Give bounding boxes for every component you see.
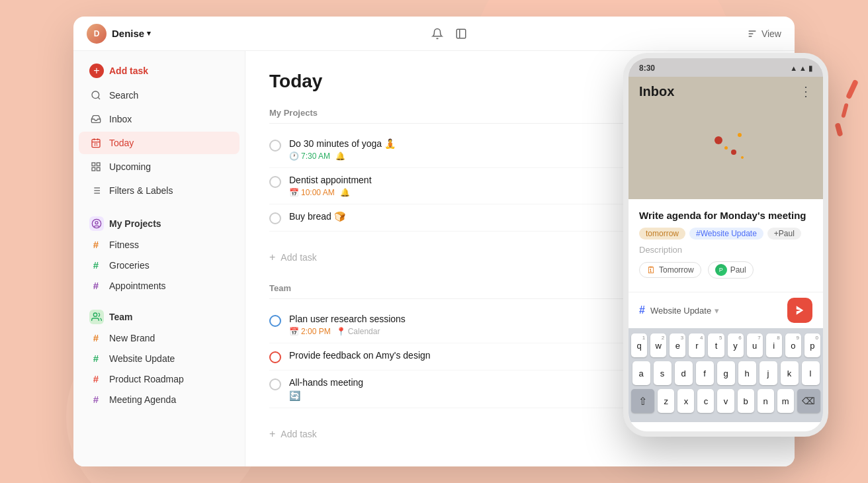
map-dot-red-2 bbox=[731, 150, 736, 155]
meeting-agenda-hash-icon: # bbox=[89, 394, 103, 405]
new-brand-hash-icon: # bbox=[89, 332, 103, 343]
task-checkbox-dentist[interactable] bbox=[269, 176, 281, 188]
key-n[interactable]: n bbox=[758, 389, 774, 413]
view-button[interactable]: View bbox=[747, 28, 781, 39]
appointments-label: Appointments bbox=[109, 281, 166, 291]
sidebar-item-groceries[interactable]: # Groceries bbox=[79, 255, 239, 275]
signal-icon: ▲ bbox=[799, 64, 806, 72]
key-b[interactable]: b bbox=[738, 389, 754, 413]
task-checkbox-bread[interactable] bbox=[269, 212, 281, 224]
phone-menu-dots[interactable]: ⋮ bbox=[799, 83, 812, 99]
key-h[interactable]: h bbox=[738, 361, 756, 385]
fitness-hash-icon: # bbox=[89, 239, 103, 250]
add-plus-icon-team: + bbox=[269, 428, 275, 440]
map-dot-red bbox=[715, 136, 722, 144]
sidebar-item-today[interactable]: 21 Today bbox=[79, 132, 239, 154]
key-i[interactable]: 8i bbox=[766, 333, 782, 357]
key-a[interactable]: a bbox=[632, 361, 650, 385]
sidebar-item-product-roadmap[interactable]: # Product Roadmap bbox=[79, 369, 239, 388]
key-m[interactable]: m bbox=[777, 389, 794, 413]
key-e[interactable]: 3e bbox=[670, 333, 685, 357]
my-projects-title: My Projects bbox=[109, 218, 161, 229]
key-x[interactable]: x bbox=[677, 389, 694, 413]
key-l[interactable]: l bbox=[802, 361, 820, 385]
add-task-button[interactable]: + Add task bbox=[79, 59, 239, 83]
wifi-icon: ▲ bbox=[790, 64, 797, 72]
notification-bell-icon[interactable] bbox=[430, 26, 445, 41]
key-j[interactable]: j bbox=[760, 361, 777, 385]
key-u[interactable]: 7u bbox=[747, 333, 763, 357]
key-z[interactable]: z bbox=[658, 389, 674, 413]
svg-point-24 bbox=[93, 313, 97, 316]
phone-status-icons: ▲ ▲ ▮ bbox=[790, 64, 812, 73]
phone-keyboard: 1q 2w 3e 4r 5t 6y 7u 8i 9o 0p a s d f g … bbox=[629, 328, 823, 422]
sidebar-item-upcoming[interactable]: Upcoming bbox=[79, 155, 239, 178]
keyboard-row-3: ⇧ z x c v b n m ⌫ bbox=[631, 389, 820, 413]
user-name-button[interactable]: Denise ▾ bbox=[112, 28, 151, 39]
task-time-research: 📅 2:00 PM bbox=[289, 327, 331, 336]
key-s[interactable]: s bbox=[654, 361, 672, 385]
phone-mockup: 8:30 ▲ ▲ ▮ Inbox ⋮ Write agenda for Mond… bbox=[623, 53, 828, 437]
phone-send-button[interactable] bbox=[787, 298, 812, 323]
sidebar-item-inbox[interactable]: Inbox bbox=[79, 108, 239, 130]
calendar-icon: 📅 bbox=[289, 188, 299, 197]
phone-meta-row: 🗓 Tomorrow P Paul bbox=[639, 261, 812, 279]
phone-description[interactable]: Description bbox=[639, 245, 812, 255]
search-label: Search bbox=[109, 90, 138, 101]
sidebar-item-new-brand[interactable]: # New Brand bbox=[79, 328, 239, 347]
svg-point-5 bbox=[92, 91, 99, 99]
today-label: Today bbox=[109, 138, 134, 148]
sidebar-item-search[interactable]: Search bbox=[79, 84, 239, 107]
phone-inbox-title: Inbox bbox=[639, 84, 674, 99]
key-d[interactable]: d bbox=[675, 361, 693, 385]
new-brand-label: New Brand bbox=[109, 333, 155, 343]
key-o[interactable]: 9o bbox=[785, 333, 801, 357]
task-checkbox-research[interactable] bbox=[269, 315, 281, 327]
sidebar-item-meeting-agenda[interactable]: # Meeting Agenda bbox=[79, 390, 239, 409]
phone-assignee-label: Paul bbox=[730, 265, 746, 275]
key-w[interactable]: 2w bbox=[650, 333, 666, 357]
task-checkbox-feedback[interactable] bbox=[269, 351, 281, 363]
sidebar-item-fitness[interactable]: # Fitness bbox=[79, 235, 239, 254]
groceries-hash-icon: # bbox=[89, 259, 103, 271]
sidebar-toggle-icon[interactable] bbox=[454, 26, 468, 41]
key-p[interactable]: 0p bbox=[804, 333, 820, 357]
phone-assignee-badge[interactable]: P Paul bbox=[708, 261, 754, 279]
task-checkbox-yoga[interactable] bbox=[269, 140, 281, 152]
key-r[interactable]: 4r bbox=[689, 333, 705, 357]
inbox-label: Inbox bbox=[109, 114, 132, 124]
add-plus-icon: + bbox=[269, 251, 275, 263]
phone-project-hash-icon: # bbox=[639, 304, 645, 316]
sidebar-item-filters[interactable]: Filters & Labels bbox=[79, 179, 239, 202]
key-v[interactable]: v bbox=[717, 389, 734, 413]
sidebar: + Add task Search bbox=[73, 51, 245, 466]
key-g[interactable]: g bbox=[717, 361, 735, 385]
key-f[interactable]: f bbox=[696, 361, 714, 385]
key-y[interactable]: 6y bbox=[728, 333, 744, 357]
map-dot-orange-3 bbox=[741, 156, 744, 159]
phone-due-badge[interactable]: 🗓 Tomorrow bbox=[639, 262, 701, 278]
task-checkbox-allhands[interactable] bbox=[269, 378, 281, 390]
filters-label: Filters & Labels bbox=[109, 185, 173, 196]
calendar-icon: 📅 bbox=[289, 327, 299, 336]
add-task-team-label: Add task bbox=[281, 429, 316, 439]
filters-icon bbox=[89, 184, 103, 197]
title-bar-left: D Denise ▾ bbox=[87, 24, 151, 44]
task-location-research: 📍 Calendar bbox=[336, 327, 380, 336]
key-c[interactable]: c bbox=[697, 389, 714, 413]
svg-marker-25 bbox=[797, 306, 804, 315]
battery-icon: ▮ bbox=[808, 64, 812, 73]
product-roadmap-label: Product Roadmap bbox=[109, 374, 184, 384]
key-backspace[interactable]: ⌫ bbox=[797, 389, 820, 413]
tag-website-update: #Website Update bbox=[689, 228, 763, 240]
sidebar-item-website-update[interactable]: # Website Update bbox=[79, 349, 239, 368]
key-k[interactable]: k bbox=[781, 361, 799, 385]
tag-tomorrow: tomorrow bbox=[639, 228, 685, 240]
my-projects-avatar bbox=[89, 216, 104, 231]
key-shift[interactable]: ⇧ bbox=[631, 389, 654, 413]
key-t[interactable]: 5t bbox=[708, 333, 724, 357]
svg-rect-12 bbox=[92, 163, 95, 166]
sidebar-item-appointments[interactable]: # Appointments bbox=[79, 276, 239, 295]
alarm-icon-yoga: 🔔 bbox=[335, 152, 345, 161]
key-q[interactable]: 1q bbox=[631, 333, 647, 357]
